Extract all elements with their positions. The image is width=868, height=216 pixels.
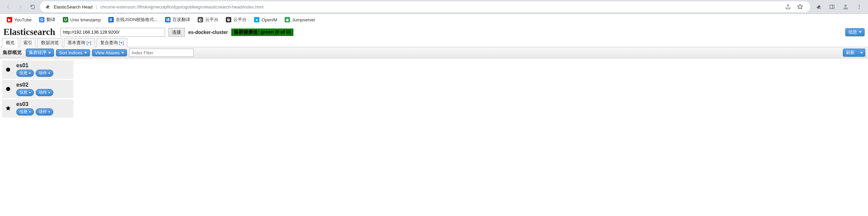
address-actions [782, 1, 806, 12]
tab-label: 基本查询 [68, 40, 85, 45]
menu-icon[interactable] [854, 1, 865, 12]
tab-label: 概览 [6, 40, 15, 45]
cluster-sort-button[interactable]: 集群排序 [26, 49, 54, 57]
bookmark-icon: ● [254, 17, 259, 22]
tab-label: 数据浏览 [41, 40, 59, 45]
caret-down-icon [29, 73, 31, 74]
info-dropdown-label: 信息 [848, 29, 857, 35]
tab-概览[interactable]: 概览 [2, 38, 18, 47]
node-action-button[interactable]: 动作 [36, 108, 53, 115]
caret-down-icon [48, 111, 50, 113]
sort-indices-label: Sort Indices [59, 50, 83, 55]
data-node-icon [5, 66, 12, 73]
caret-down-icon [48, 92, 50, 93]
bookmark-item[interactable]: G翻译 [36, 15, 58, 24]
node-name: es01 [16, 62, 53, 69]
view-aliases-button[interactable]: View Aliases [92, 49, 127, 56]
svg-rect-0 [830, 5, 834, 9]
svg-point-2 [845, 4, 847, 7]
bookmark-item[interactable]: ●OpenIM [251, 16, 280, 24]
bookmark-label: YouTube [14, 17, 32, 22]
node-buttons: 信息动作 [16, 108, 53, 115]
browser-toolbar: ElasticSearch Head | chrome-extension://… [0, 0, 868, 14]
tab-数据浏览[interactable]: 数据浏览 [37, 38, 62, 47]
reload-button[interactable] [28, 2, 37, 12]
share-icon[interactable] [782, 1, 793, 12]
forward-button[interactable] [16, 2, 25, 12]
browser-chrome: ElasticSearch Head | chrome-extension://… [0, 0, 868, 14]
tab-索引[interactable]: 索引 [20, 38, 36, 47]
bookmark-item[interactable]: ⧉云平台 [223, 15, 249, 24]
bookmark-label: Jumpserver [292, 17, 315, 22]
bookmark-star-icon[interactable] [795, 1, 806, 12]
node-action-button[interactable]: 动作 [36, 89, 53, 96]
master-node-icon [5, 105, 12, 112]
plus-icon[interactable]: [+] [87, 40, 91, 45]
node-action-button[interactable]: 动作 [36, 70, 53, 77]
cluster-url-input[interactable] [60, 28, 165, 37]
refresh-dropdown-button[interactable] [858, 49, 865, 57]
bookmark-item[interactable]: 译百度翻译 [162, 15, 193, 24]
tabs: 概览索引数据浏览基本查询[+]复合查询[+] [0, 38, 868, 47]
app-header: Elasticsearch 连接 es-docker-cluster 集群健康值… [0, 25, 868, 38]
view-aliases-label: View Aliases [95, 50, 120, 55]
overview-toolbar: 集群概览 集群排序 Sort Indices View Aliases 刷新 [0, 47, 868, 58]
bookmark-label: 翻译 [47, 17, 55, 23]
tab-复合查询[interactable]: 复合查询[+] [96, 38, 128, 47]
node-list: es01信息动作es02信息动作es03信息动作 [0, 58, 868, 121]
info-dropdown-button[interactable]: 信息 [845, 28, 865, 36]
tab-label: 复合查询 [100, 40, 118, 45]
index-filter-input[interactable] [129, 49, 194, 57]
node-name: es03 [16, 101, 53, 107]
node-info-button[interactable]: 信息 [16, 89, 34, 96]
caret-down-icon [29, 92, 31, 93]
node-info-button-label: 信息 [19, 90, 28, 95]
caret-down-icon [48, 52, 51, 54]
tab-基本查询[interactable]: 基本查询[+] [64, 38, 95, 47]
bookmark-icon: 译 [165, 17, 170, 22]
cluster-name: es-docker-cluster [188, 30, 228, 35]
bookmark-item[interactable]: ◆Jumpserver [282, 16, 318, 24]
node-info-button[interactable]: 信息 [16, 70, 34, 77]
overview-section-label: 集群概览 [3, 50, 24, 56]
svg-point-5 [859, 8, 860, 9]
node-row: es02信息动作 [2, 80, 73, 98]
node-buttons: 信息动作 [16, 70, 53, 77]
caret-down-icon [859, 31, 862, 33]
profile-icon[interactable] [840, 1, 851, 12]
node-body: es02信息动作 [16, 82, 53, 96]
bookmark-icon: ◆ [285, 17, 290, 22]
plus-icon[interactable]: [+] [119, 40, 124, 45]
node-action-button-label: 动作 [39, 70, 47, 76]
back-button[interactable] [3, 2, 13, 12]
node-info-button[interactable]: 信息 [16, 108, 34, 115]
cluster-sort-label: 集群排序 [29, 50, 47, 56]
sidepanel-icon[interactable] [827, 1, 837, 12]
address-bar[interactable]: ElasticSearch Head | chrome-extension://… [40, 1, 810, 12]
bookmark-item[interactable]: ▶YouTube [4, 16, 34, 24]
separator: | [96, 4, 97, 10]
node-row: es01信息动作 [2, 60, 73, 79]
extension-icon [45, 4, 50, 10]
bookmark-label: 云平台 [233, 17, 247, 23]
bookmark-label: 在线JSON校验格式... [116, 17, 158, 23]
caret-down-icon [84, 52, 87, 54]
bookmark-label: Unix timestamp [70, 17, 101, 22]
sort-indices-button[interactable]: Sort Indices [56, 49, 90, 56]
bookmark-item[interactable]: ◐云平台 [195, 15, 221, 24]
bookmark-item[interactable]: B在线JSON校验格式... [106, 15, 161, 24]
bookmarks-bar: ▶YouTubeG翻译UUnix timestampB在线JSON校验格式...… [0, 14, 868, 25]
svg-point-4 [859, 6, 860, 7]
bookmark-icon: G [39, 17, 44, 22]
extensions-icon[interactable] [813, 1, 824, 12]
caret-down-icon [121, 52, 124, 54]
connect-button[interactable]: 连接 [168, 28, 185, 37]
svg-point-3 [859, 5, 860, 6]
page-title: ElasticSearch Head [54, 4, 92, 10]
page-url: chrome-extension://ffmkiejjmecolpfloofpj… [101, 4, 264, 10]
bookmark-item[interactable]: UUnix timestamp [60, 16, 104, 24]
caret-down-icon [29, 111, 31, 113]
refresh-button[interactable]: 刷新 [843, 49, 858, 57]
svg-point-7 [6, 87, 10, 91]
node-body: es03信息动作 [16, 101, 53, 115]
